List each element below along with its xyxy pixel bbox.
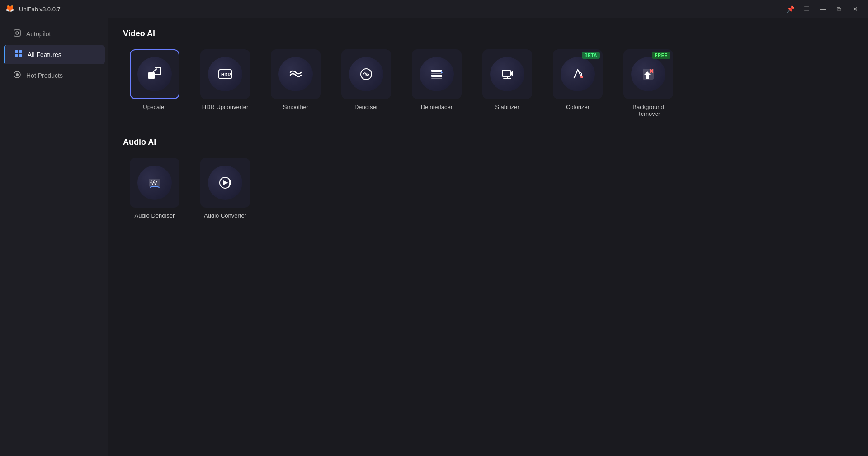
titlebar: 🦊 UniFab v3.0.0.7 📌 ☰ — ⧉ ✕ — [0, 0, 868, 18]
audio-denoise-icon-circle — [137, 166, 172, 200]
main-container: Autopilot All Features Hot Products — [0, 18, 868, 456]
titlebar-left: 🦊 UniFab v3.0.0.7 — [5, 4, 61, 14]
feature-card-denoiser[interactable]: Denoiser — [335, 49, 398, 117]
smoother-icon — [288, 66, 304, 82]
upscaler-icon — [146, 66, 163, 82]
feature-card-colorizer[interactable]: BETA Colorizer — [546, 49, 609, 117]
upscaler-icon-wrapper — [130, 49, 179, 99]
svg-point-1 — [16, 32, 19, 34]
svg-rect-15 — [431, 75, 442, 77]
feature-card-deinterlacer[interactable]: Deinterlacer — [405, 49, 468, 117]
bg-remover-icon-wrapper: FREE — [623, 49, 673, 99]
denoiser-icon-wrapper — [341, 49, 391, 99]
svg-rect-0 — [14, 30, 20, 36]
feature-card-stabilizer[interactable]: Stabilizer — [476, 49, 539, 117]
stabilizer-icon-circle — [490, 57, 524, 91]
hdr-icon-wrapper: HDR — [200, 49, 250, 99]
titlebar-controls: 📌 ☰ — ⧉ ✕ — [783, 3, 863, 15]
svg-rect-2 — [15, 50, 18, 53]
feature-card-audio-convert[interactable]: Audio Converter — [193, 158, 257, 219]
denoiser-icon — [358, 66, 374, 82]
bg-remover-icon-circle — [631, 57, 665, 91]
colorizer-label: Colorizer — [566, 104, 590, 110]
video-ai-grid: Upscaler HDR HDR Upconverter — [123, 49, 854, 117]
hdr-icon: HDR — [217, 66, 233, 82]
denoiser-icon-circle — [349, 57, 383, 91]
pin-button[interactable]: 📌 — [783, 3, 797, 15]
free-badge: FREE — [652, 52, 670, 59]
sidebar-label-autopilot: Autopilot — [26, 30, 51, 38]
stabilizer-icon-wrapper — [482, 49, 532, 99]
stabilizer-label: Stabilizer — [495, 104, 519, 110]
audio-ai-section: Audio AI — [123, 138, 854, 219]
app-title: UniFab v3.0.0.7 — [19, 6, 61, 13]
app-logo: 🦊 — [5, 4, 15, 14]
upscaler-label: Upscaler — [143, 104, 166, 110]
svg-point-7 — [16, 73, 19, 76]
svg-rect-16 — [431, 78, 442, 79]
section-divider — [123, 128, 854, 128]
colorizer-icon — [570, 66, 586, 82]
audio-ai-grid: Audio Denoiser Audio Converter — [123, 158, 854, 219]
sidebar-item-all-features[interactable]: All Features — [4, 45, 105, 64]
bg-remover-icon — [640, 66, 656, 82]
deinterlacer-icon-circle — [420, 57, 454, 91]
hdr-icon-circle: HDR — [208, 57, 242, 91]
video-ai-section: Video AI Upscaler — [123, 29, 854, 117]
maximize-button[interactable]: ⧉ — [832, 3, 846, 15]
minimize-button[interactable]: — — [816, 3, 830, 15]
feature-card-audio-denoise[interactable]: Audio Denoiser — [123, 158, 186, 219]
feature-card-upscaler[interactable]: Upscaler — [123, 49, 186, 117]
video-ai-title: Video AI — [123, 29, 854, 38]
all-features-icon — [14, 50, 23, 60]
autopilot-icon — [13, 29, 22, 39]
stabilizer-icon — [499, 66, 515, 82]
hdr-label: HDR Upconverter — [202, 104, 249, 110]
svg-point-12 — [365, 73, 368, 76]
audio-denoise-icon-wrapper — [130, 158, 179, 208]
svg-marker-33 — [223, 180, 228, 185]
audio-convert-label: Audio Converter — [204, 212, 246, 219]
svg-rect-3 — [19, 50, 22, 53]
colorizer-icon-wrapper: BETA — [553, 49, 603, 99]
audio-convert-icon — [217, 175, 233, 191]
svg-point-22 — [580, 76, 583, 78]
sidebar-label-all-features: All Features — [28, 51, 61, 58]
smoother-icon-wrapper — [271, 49, 321, 99]
audio-denoise-icon — [146, 175, 163, 191]
svg-rect-14 — [431, 73, 442, 74]
upscaler-icon-circle — [137, 57, 172, 91]
content-area: Video AI Upscaler — [108, 18, 868, 456]
deinterlacer-icon — [429, 66, 445, 82]
audio-ai-title: Audio AI — [123, 138, 854, 147]
feature-card-smoother[interactable]: Smoother — [264, 49, 327, 117]
denoiser-label: Denoiser — [354, 104, 378, 110]
audio-denoise-label: Audio Denoiser — [135, 212, 175, 219]
svg-rect-4 — [15, 54, 18, 57]
audio-convert-icon-wrapper — [200, 158, 250, 208]
hot-products-icon — [13, 71, 22, 81]
svg-marker-17 — [441, 71, 443, 73]
feature-card-bg-remover[interactable]: FREE BackgroundRemover — [617, 49, 680, 117]
bg-remover-label: BackgroundRemover — [632, 104, 664, 117]
deinterlacer-label: Deinterlacer — [421, 104, 453, 110]
smoother-label: Smoother — [283, 104, 308, 110]
svg-rect-8 — [148, 72, 155, 79]
svg-text:HDR: HDR — [221, 72, 231, 77]
deinterlacer-icon-wrapper — [412, 49, 462, 99]
close-button[interactable]: ✕ — [848, 3, 863, 15]
svg-rect-5 — [19, 54, 22, 57]
svg-rect-13 — [431, 70, 442, 72]
audio-convert-icon-circle — [208, 166, 242, 200]
sidebar-item-hot-products[interactable]: Hot Products — [4, 66, 105, 85]
feature-card-hdr[interactable]: HDR HDR Upconverter — [193, 49, 257, 117]
sidebar-item-autopilot[interactable]: Autopilot — [4, 24, 105, 43]
sidebar: Autopilot All Features Hot Products — [0, 18, 108, 456]
colorizer-icon-circle — [561, 57, 595, 91]
beta-badge: BETA — [582, 52, 600, 59]
svg-rect-18 — [502, 70, 510, 76]
smoother-icon-circle — [278, 57, 313, 91]
menu-button[interactable]: ☰ — [799, 3, 814, 15]
sidebar-label-hot-products: Hot Products — [26, 72, 63, 79]
